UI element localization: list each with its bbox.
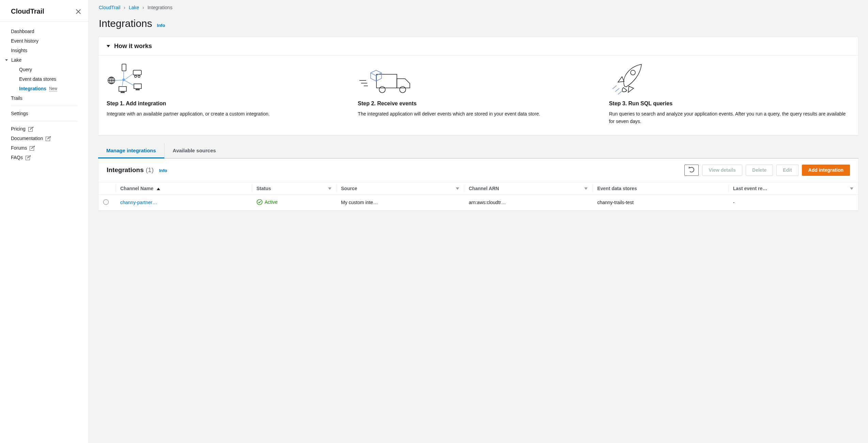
sidebar-header: CloudTrail [0, 6, 88, 22]
sidebar-title: CloudTrail [11, 7, 44, 15]
table-row[interactable]: channy-partner… Active My custom inte… a… [98, 195, 858, 210]
integration-network-icon [107, 62, 347, 96]
page-title: Integrations [99, 18, 152, 29]
integrations-list-header: Integrations (1) Info View details Delet… [98, 158, 858, 182]
nav-insights[interactable]: Insights [0, 46, 88, 55]
caret-down-icon [5, 59, 8, 61]
col-label: Channel ARN [469, 186, 499, 191]
external-link-icon [30, 146, 34, 151]
integrations-actions: View details Delete Edit Add integration [684, 165, 850, 176]
svg-point-22 [379, 87, 385, 93]
delete-button[interactable]: Delete [746, 165, 773, 176]
nav-dashboard[interactable]: Dashboard [0, 27, 88, 36]
svg-rect-21 [376, 74, 397, 88]
col-label: Last event re… [733, 186, 767, 191]
refresh-button[interactable] [684, 165, 699, 176]
integrations-list-panel: Integrations (1) Info View details Delet… [98, 158, 858, 211]
delivery-truck-icon [358, 62, 599, 96]
nav-label: Forums [11, 145, 27, 151]
sort-asc-icon [157, 188, 160, 190]
nav-integrations[interactable]: Integrations New [0, 84, 88, 93]
nav-event-data-stores[interactable]: Event data stores [0, 74, 88, 84]
edit-button[interactable]: Edit [776, 165, 798, 176]
breadcrumb: CloudTrail › Lake › Integrations [98, 5, 858, 10]
nav-event-history[interactable]: Event history [0, 36, 88, 46]
filter-icon [850, 187, 853, 190]
check-circle-icon [257, 199, 263, 205]
breadcrumb-current: Integrations [148, 5, 172, 10]
svg-rect-4 [134, 84, 141, 89]
tab-available-sources[interactable]: Available sources [165, 143, 224, 158]
breadcrumb-lake[interactable]: Lake [129, 5, 139, 10]
col-event-data-stores[interactable]: Event data stores [592, 182, 728, 195]
external-link-icon [28, 127, 33, 132]
cell-channel-arn: arn:aws:cloudtr… [464, 195, 592, 210]
svg-line-27 [615, 88, 619, 92]
nav-label: Event data stores [19, 76, 56, 82]
refresh-icon [689, 167, 694, 172]
main-content: CloudTrail › Lake › Integrations Integra… [89, 0, 868, 443]
nav-label: Query [19, 67, 32, 72]
svg-point-23 [400, 87, 406, 93]
cell-channel-name[interactable]: channy-partner… [120, 200, 157, 205]
add-integration-button[interactable]: Add integration [802, 165, 850, 176]
status-badge: Active [257, 199, 278, 205]
svg-point-25 [631, 70, 635, 75]
cell-event-data-stores: channy-trails-test [592, 195, 728, 210]
col-source[interactable]: Source [336, 182, 464, 195]
sidebar: CloudTrail Dashboard Event history Insig… [0, 0, 89, 443]
title-text: Integrations [107, 166, 144, 174]
nav-pricing[interactable]: Pricing [0, 124, 88, 134]
chevron-right-icon: › [142, 5, 144, 10]
filter-icon [456, 187, 459, 190]
close-icon[interactable] [75, 9, 81, 15]
step-2-title: Step 2. Receive events [358, 101, 599, 107]
external-link-icon [26, 156, 30, 160]
integration-tabs: Manage integrations Available sources [98, 143, 858, 158]
how-it-works-header[interactable]: How it works [98, 37, 858, 56]
svg-line-28 [618, 91, 622, 94]
nav-trails[interactable]: Trails [0, 93, 88, 103]
step-2-body: The integrated application will deliver … [358, 110, 599, 118]
nav-divider [11, 121, 77, 121]
nav-lake[interactable]: Lake [0, 55, 88, 65]
info-link[interactable]: Info [157, 23, 165, 28]
view-details-button[interactable]: View details [702, 165, 742, 176]
svg-line-15 [125, 80, 134, 86]
step-3: Step 3. Run SQL queries Run queries to s… [609, 62, 850, 125]
svg-line-14 [125, 74, 133, 80]
cell-source: My custom inte… [336, 195, 464, 210]
nav-faqs[interactable]: FAQs [0, 153, 88, 162]
step-3-body: Run queries to search and analyze your a… [609, 110, 850, 125]
svg-line-16 [122, 81, 123, 86]
external-link-icon [46, 137, 50, 141]
row-radio[interactable] [103, 199, 109, 205]
nav-section-main: Dashboard Event history Insights Lake Qu… [0, 22, 88, 167]
step-1-body: Integrate with an available partner appl… [107, 110, 347, 118]
filter-icon [328, 187, 331, 190]
col-status[interactable]: Status [252, 182, 336, 195]
svg-line-17 [115, 80, 123, 80]
svg-rect-5 [136, 89, 139, 90]
nav-label: Insights [11, 48, 27, 53]
rocket-icon [609, 62, 850, 96]
nav-documentation[interactable]: Documentation [0, 134, 88, 143]
step-3-title: Step 3. Run SQL queries [609, 101, 850, 107]
col-channel-arn[interactable]: Channel ARN [464, 182, 592, 195]
info-link[interactable]: Info [159, 168, 167, 173]
breadcrumb-cloudtrail[interactable]: CloudTrail [99, 5, 120, 10]
integrations-table: Channel Name Status Source [98, 182, 858, 210]
nav-forums[interactable]: Forums [0, 143, 88, 153]
status-text: Active [265, 199, 278, 205]
nav-query[interactable]: Query [0, 65, 88, 74]
svg-line-26 [613, 86, 617, 89]
col-channel-name[interactable]: Channel Name [115, 182, 252, 195]
nav-settings[interactable]: Settings [0, 109, 88, 118]
page-title-row: Integrations Info [98, 18, 858, 29]
tab-manage-integrations[interactable]: Manage integrations [98, 143, 165, 158]
col-last-event[interactable]: Last event re… [728, 182, 858, 195]
nav-divider [11, 106, 77, 106]
svg-point-2 [135, 75, 137, 77]
svg-rect-0 [122, 64, 126, 71]
nav-label: Integrations [19, 86, 46, 91]
